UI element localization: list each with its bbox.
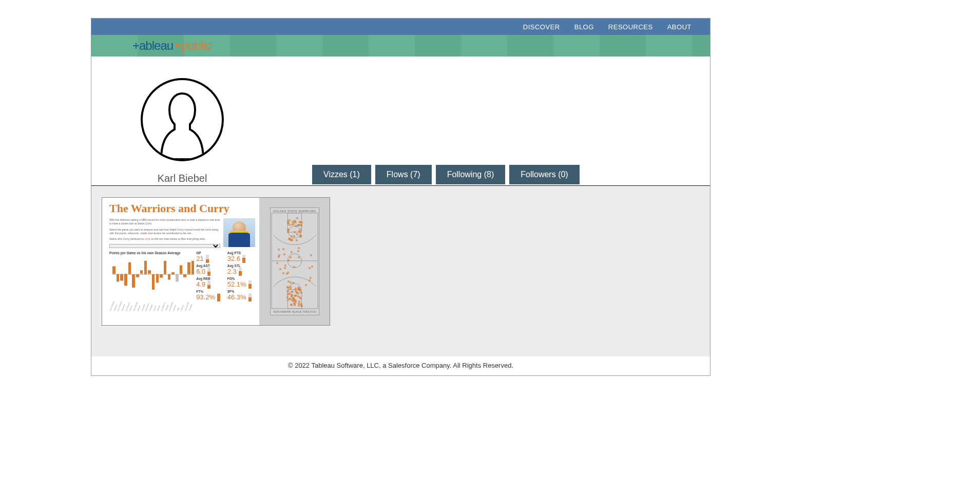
viz-left-panel: The Warriors and Curry With the Warriors…: [102, 198, 259, 325]
bar-1: [117, 274, 120, 282]
brand-bar: +ableau✦public: [91, 35, 710, 56]
bars-xlabels: New OrleansHoustonNew OrleansMemphisLA C…: [109, 293, 194, 312]
bar-0: [112, 267, 116, 274]
brand-part1: +ableau: [132, 39, 173, 52]
bar-7: [140, 270, 143, 274]
bar-12: [160, 274, 163, 278]
bar-4: [128, 262, 131, 274]
bar-11: [156, 274, 159, 283]
brand-logo[interactable]: +ableau✦public: [132, 39, 210, 53]
stats-grid: GP21Avg PTS32.6Avg AST6.0Avg STL2.3Avg R…: [196, 251, 255, 323]
bar-14: [168, 274, 171, 280]
stat-fg: FG%52.1%: [227, 277, 255, 289]
page-frame: DISCOVER BLOG RESOURCES ABOUT +ableau✦pu…: [91, 18, 710, 376]
brand-plus-icon: ✦: [173, 40, 181, 51]
tabs-row: Vizzes (1) Flows (7) Following (8) Follo…: [312, 165, 580, 184]
tab-following[interactable]: Following (8): [436, 165, 506, 184]
bar-8: [144, 260, 147, 274]
tab-vizzes[interactable]: Vizzes (1): [312, 165, 371, 184]
stat-avgast: Avg AST6.0: [196, 264, 224, 276]
bar-16: [176, 274, 179, 282]
bar-6: [136, 274, 139, 277]
top-nav: DISCOVER BLOG RESOURCES ABOUT: [91, 18, 710, 35]
bar-19: [187, 262, 190, 274]
bar-13: [164, 260, 167, 274]
stat-ft: FT%93.2%: [196, 290, 224, 301]
nav-blog[interactable]: BLOG: [574, 23, 594, 31]
bar-17: [180, 266, 183, 274]
viz-desc-line1: With the Warriors setting a NBA record f…: [109, 218, 220, 226]
content-area: The Warriors and Curry With the Warriors…: [91, 186, 710, 356]
tab-flows[interactable]: Flows (7): [375, 165, 432, 184]
viz-right-panel: GOLDEN STATE WARRIORS GOLDEN STATE WARRI…: [259, 198, 330, 325]
bar-10: [152, 274, 155, 290]
stat-3p: 3P%46.3%: [227, 290, 255, 301]
nav-about[interactable]: ABOUT: [667, 23, 691, 31]
bar-3: [124, 274, 127, 286]
bar-15: [171, 272, 175, 274]
brand-part2: public: [181, 39, 210, 52]
bars-container: [109, 256, 194, 292]
profile-name: Karl Biebel: [133, 173, 231, 184]
viz-description: With the Warriors setting a NBA record f…: [109, 218, 220, 249]
nav-discover[interactable]: DISCOVER: [523, 23, 560, 31]
basketball-court-icon: GOLDEN STATE WARRIORS GOLDEN STATE WARRI…: [270, 207, 319, 315]
nav-resources[interactable]: RESOURCES: [608, 23, 653, 31]
viz-title: The Warriors and Curry: [109, 202, 255, 215]
stat-avgpts: Avg PTS32.6: [227, 251, 255, 263]
tab-followers[interactable]: Followers (0): [509, 165, 579, 184]
viz-desc-line2: Select the game you want to analyse and …: [109, 228, 220, 236]
footer-text: © 2022 Tableau Software, LLC, a Salesfor…: [91, 356, 710, 375]
stat-avgreb: Avg REB4.9: [196, 277, 224, 289]
bars-title: Points per Game vs his own Season Averag…: [109, 251, 194, 255]
stat-avgstl: Avg STL2.3: [227, 264, 255, 276]
viz-filter-select[interactable]: [109, 244, 220, 248]
viz-desc-line3: Select who Curry behaved on click on the…: [109, 237, 220, 241]
bar-5: [132, 274, 135, 288]
bars-chart: Points per Game vs his own Season Averag…: [109, 251, 194, 323]
shot-chart-dots: [274, 213, 316, 310]
profile-area: Karl Biebel Vizzes (1) Flows (7) Followi…: [91, 56, 710, 184]
bar-18: [183, 274, 186, 277]
avatar-placeholder-icon: [141, 78, 224, 161]
bar-2: [120, 274, 123, 281]
avatar-wrap: Karl Biebel: [133, 78, 231, 184]
player-photo: [223, 218, 255, 247]
stat-gp: GP21: [196, 251, 224, 263]
bar-9: [148, 270, 151, 274]
viz-card[interactable]: The Warriors and Curry With the Warriors…: [102, 197, 330, 326]
bar-20: [191, 260, 195, 274]
